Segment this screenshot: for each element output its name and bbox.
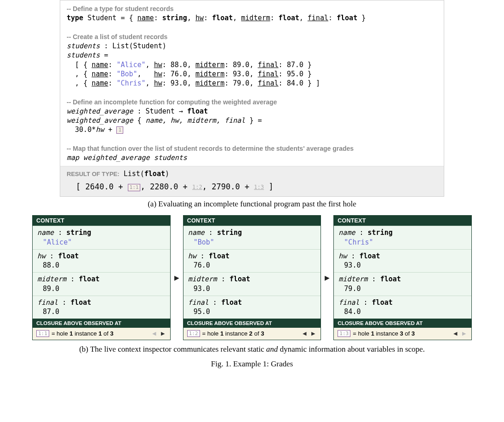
comment-line: -- Define an incomplete function for com… xyxy=(67,98,277,106)
string-literal: "Bob" xyxy=(116,70,137,78)
students-ident: students xyxy=(67,51,100,59)
field-name: name xyxy=(137,14,154,22)
type-keyword: type xyxy=(67,14,83,22)
variable-type: float xyxy=(209,252,229,260)
variable-name: midterm xyxy=(338,275,367,283)
subcaption-a: (a) Evaluating an incomplete functional … xyxy=(5,197,499,215)
instance-nav: ◀ ▶ xyxy=(152,331,166,336)
comment-line: -- Define a type for student records xyxy=(67,5,174,12)
variable-name: hw xyxy=(37,252,46,260)
hole-instance-footer: 1:3= hole 1 instance 3 of 3◀ ▶ xyxy=(334,328,471,340)
variable-name: hw xyxy=(338,252,347,260)
instance-nav: ◀ ▶ xyxy=(303,331,317,336)
next-arrow-icon: ▶ xyxy=(173,274,180,282)
variable-type: float xyxy=(380,275,401,283)
weighted-average-ident: weighted_average xyxy=(67,116,133,125)
variable-name: midterm xyxy=(188,275,217,283)
weighted-average-ident: weighted_average xyxy=(67,107,133,115)
context-inspector: CONTEXTname : string"Chris"hw : float93.… xyxy=(333,215,472,340)
result-value: [ 2640.0 + 1:1, 2280.0 + 1:2, 2790.0 + 1… xyxy=(67,179,437,192)
variable-name: hw xyxy=(188,252,196,260)
string-literal: "Chris" xyxy=(116,79,145,87)
students-ident: students xyxy=(67,42,100,50)
variable-type: string xyxy=(66,228,91,237)
context-variable-row: name : string"Bob" xyxy=(183,226,321,249)
comment-line: -- Map that function over the list of st… xyxy=(67,145,354,152)
variable-type: string xyxy=(217,228,242,237)
variable-name: name xyxy=(188,228,205,237)
hole-instance-text: = hole 1 instance 2 of 3 xyxy=(202,330,264,337)
closure-header: CLOSURE ABOVE OBSERVED AT xyxy=(334,319,471,328)
context-variable-row: name : string"Alice" xyxy=(33,226,170,249)
field-final: final xyxy=(308,14,328,22)
context-variable-row: final : float87.0 xyxy=(33,296,170,319)
context-variable-row: midterm : float89.0 xyxy=(33,272,170,296)
context-header: CONTEXT xyxy=(33,216,170,226)
variable-type: float xyxy=(70,298,91,307)
context-variable-row: hw : float93.0 xyxy=(334,249,471,273)
context-variable-row: hw : float88.0 xyxy=(33,249,170,273)
closure-header: CLOSURE ABOVE OBSERVED AT xyxy=(183,319,321,328)
next-arrow-icon: ▶ xyxy=(324,274,331,282)
result-panel: RESULT OF TYPE: List(float) [ 2640.0 + 1… xyxy=(60,166,444,196)
hole-instance-footer: 1:2= hole 1 instance 2 of 3◀ ▶ xyxy=(183,328,321,340)
context-inspector: CONTEXTname : string"Bob"hw : float76.0m… xyxy=(183,215,321,340)
context-variable-row: final : float95.0 xyxy=(183,296,321,319)
context-variable-row: name : string"Chris" xyxy=(334,226,471,249)
variable-name: final xyxy=(37,298,58,307)
map-expression: map weighted_average students xyxy=(67,154,187,162)
context-header: CONTEXT xyxy=(183,216,321,226)
result-label: RESULT OF TYPE: xyxy=(67,171,120,177)
comment-line: -- Create a list of student records xyxy=(67,33,167,40)
variable-value: "Chris" xyxy=(338,238,467,247)
context-variable-row: final : float84.0 xyxy=(334,296,471,319)
prev-instance-icon: ◀ xyxy=(152,331,158,336)
variable-value: "Alice" xyxy=(37,238,166,247)
subcaption-b: (b) The live context inspector communica… xyxy=(5,340,499,356)
instance-nav: ◀ ▶ xyxy=(453,331,468,336)
figure-caption: Fig. 1. Example 1: Grades xyxy=(5,356,499,373)
hole-instance-footer: 1:1= hole 1 instance 1 of 3◀ ▶ xyxy=(33,328,170,340)
variable-value: 95.0 xyxy=(188,307,316,316)
context-header: CONTEXT xyxy=(334,216,471,226)
variable-value: 93.0 xyxy=(338,261,467,270)
next-instance-icon[interactable]: ▶ xyxy=(161,331,166,336)
variable-value: 84.0 xyxy=(338,307,467,316)
next-instance-icon[interactable]: ▶ xyxy=(311,331,317,336)
hole-badge[interactable]: 1:2 xyxy=(187,330,200,337)
string-literal: "Alice" xyxy=(116,61,145,69)
hole-marker[interactable]: 1 xyxy=(116,126,123,134)
variable-value: 93.0 xyxy=(188,284,316,293)
next-instance-icon: ▶ xyxy=(462,331,468,336)
hole-instance-text: = hole 1 instance 1 of 3 xyxy=(52,330,114,337)
hole-ref[interactable]: 1:3 xyxy=(254,184,264,190)
variable-type: float xyxy=(229,275,250,283)
variable-name: name xyxy=(37,228,54,237)
variable-value: 89.0 xyxy=(37,284,166,293)
field-hw: hw xyxy=(195,14,204,22)
hole-instance-text: = hole 1 instance 3 of 3 xyxy=(353,330,415,337)
closure-header: CLOSURE ABOVE OBSERVED AT xyxy=(33,319,170,328)
hole-ref[interactable]: 1:1 xyxy=(128,184,141,191)
variable-type: string xyxy=(368,228,393,237)
field-midterm: midterm xyxy=(241,14,270,22)
variable-type: float xyxy=(58,252,79,260)
prev-instance-icon[interactable]: ◀ xyxy=(453,331,459,336)
variable-value: "Bob" xyxy=(188,238,316,247)
hole-badge[interactable]: 1:3 xyxy=(338,330,350,337)
hole-ref[interactable]: 1:2 xyxy=(192,184,202,190)
variable-name: final xyxy=(188,298,209,307)
variable-value: 88.0 xyxy=(37,261,166,270)
prev-instance-icon[interactable]: ◀ xyxy=(303,331,308,336)
context-variable-row: hw : float76.0 xyxy=(183,249,321,273)
code-editor-panel: -- Define a type for student records typ… xyxy=(60,0,444,197)
context-inspector: CONTEXTname : string"Alice"hw : float88.… xyxy=(32,215,171,340)
code-body: -- Define a type for student records typ… xyxy=(60,0,444,166)
context-variable-row: midterm : float93.0 xyxy=(183,272,321,296)
variable-type: float xyxy=(221,298,242,307)
hole-badge[interactable]: 1:1 xyxy=(36,330,49,337)
variable-type: float xyxy=(360,252,380,260)
variable-name: final xyxy=(338,298,359,307)
variable-value: 87.0 xyxy=(37,307,166,316)
code-content: -- Define a type for student records typ… xyxy=(67,4,437,162)
